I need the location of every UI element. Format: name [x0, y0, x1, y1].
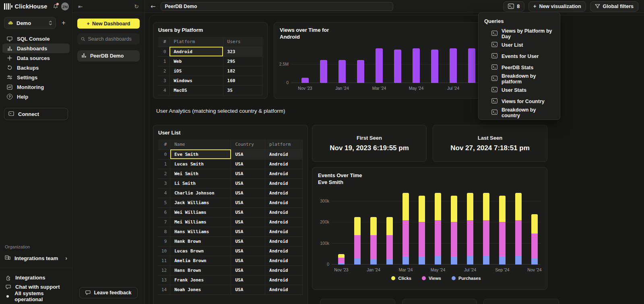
- bar[interactable]: [431, 50, 438, 83]
- bar[interactable]: [394, 50, 401, 83]
- connect-button[interactable]: Connect: [4, 108, 68, 120]
- bar[interactable]: [450, 48, 457, 83]
- notifications-bell-icon[interactable]: [52, 3, 59, 10]
- bar[interactable]: [357, 60, 364, 83]
- table-cell[interactable]: Lucas Smith: [170, 159, 231, 169]
- bar[interactable]: [413, 48, 420, 83]
- new-visualization-button[interactable]: + New visualization: [528, 1, 586, 12]
- stacked-bar[interactable]: [483, 191, 489, 265]
- table-cell[interactable]: MacOS: [169, 85, 223, 95]
- table-cell[interactable]: Hans Brown: [170, 265, 231, 275]
- query-item-user-list[interactable]: User List: [479, 39, 560, 51]
- table-cell[interactable]: USA: [231, 207, 265, 217]
- back-button[interactable]: ←: [151, 3, 156, 10]
- table-cell[interactable]: 5: [158, 198, 170, 207]
- table-cell[interactable]: 8: [158, 227, 170, 236]
- table-cell[interactable]: Android: [265, 178, 303, 188]
- stacked-bar[interactable]: [354, 191, 361, 265]
- table-cell[interactable]: Android: [265, 198, 303, 207]
- table-cell[interactable]: 1: [158, 159, 170, 169]
- table-cell[interactable]: Mei Williams: [170, 217, 231, 227]
- query-item-breakdown-by-platform[interactable]: Breakdown by platform: [479, 73, 560, 85]
- sidebar-item-dashboards[interactable]: Dashboards: [2, 43, 70, 53]
- table-cell[interactable]: Wei Williams: [170, 207, 231, 217]
- table-cell[interactable]: Lucas Brown: [170, 246, 231, 256]
- avatar[interactable]: ZN: [61, 2, 69, 10]
- table-cell[interactable]: Android: [265, 236, 303, 246]
- table-cell[interactable]: USA: [231, 265, 265, 275]
- stacked-bar[interactable]: [435, 191, 441, 265]
- legend-item-views[interactable]: Views: [422, 276, 441, 281]
- bar[interactable]: [320, 60, 327, 83]
- table-cell[interactable]: USA: [231, 149, 265, 159]
- table-cell[interactable]: USA: [231, 188, 265, 198]
- dashboard-search[interactable]: [77, 33, 140, 45]
- table-cell[interactable]: 4: [158, 188, 170, 198]
- stacked-bar[interactable]: [386, 191, 393, 265]
- query-item-peerdb-stats[interactable]: PeerDB Stats: [479, 62, 560, 73]
- query-item-views-by-platform-by-day[interactable]: Views by Platform by Day: [479, 28, 560, 39]
- sidebar-item-settings[interactable]: Settings: [2, 72, 70, 82]
- table-cell[interactable]: 182: [223, 66, 262, 76]
- table-cell[interactable]: 11: [158, 256, 170, 265]
- table-cell[interactable]: 7: [158, 217, 170, 227]
- table-cell[interactable]: 3: [158, 178, 170, 188]
- table-cell[interactable]: USA: [231, 236, 265, 246]
- legend-item-purchases[interactable]: Purchases: [452, 276, 481, 281]
- bar[interactable]: [301, 78, 309, 83]
- sidebar-item-data-sources[interactable]: Data sources: [2, 53, 70, 63]
- table-cell[interactable]: USA: [231, 217, 265, 227]
- footer-item-integrations[interactable]: Integrations: [0, 273, 72, 282]
- table-cell[interactable]: Android: [265, 285, 303, 294]
- table-cell[interactable]: Hans Williams: [170, 227, 231, 236]
- refresh-icon[interactable]: ↻: [134, 4, 139, 9]
- table-cell[interactable]: Android: [265, 256, 303, 265]
- leave-feedback-button[interactable]: Leave feedback: [79, 287, 137, 298]
- table-cell[interactable]: 2: [158, 169, 170, 178]
- sidebar-item-monitoring[interactable]: Monitoring: [2, 82, 70, 92]
- stacked-bar[interactable]: [499, 191, 506, 265]
- stacked-bar[interactable]: [531, 191, 538, 265]
- table-cell[interactable]: USA: [231, 159, 265, 169]
- stacked-bar[interactable]: [338, 191, 345, 265]
- table-cell[interactable]: Eve Smith: [170, 149, 231, 159]
- table-cell[interactable]: Amelia Brown: [170, 256, 231, 265]
- bar[interactable]: [339, 60, 346, 83]
- global-filters-button[interactable]: Global filters: [590, 1, 638, 12]
- table-cell[interactable]: Android: [169, 47, 223, 56]
- table-cell[interactable]: 13: [158, 275, 170, 285]
- table-cell[interactable]: 14: [158, 285, 170, 294]
- table-cell[interactable]: USA: [231, 256, 265, 265]
- table-cell[interactable]: Android: [265, 188, 303, 198]
- table-cell[interactable]: 35: [223, 85, 262, 95]
- table-cell[interactable]: Windows: [169, 76, 223, 85]
- stacked-bar[interactable]: [419, 191, 425, 265]
- dashboard-list-item[interactable]: PeerDB Demo: [77, 50, 140, 62]
- table-cell[interactable]: USA: [231, 198, 265, 207]
- query-item-breakdown-by-country[interactable]: Breakdown by country: [479, 107, 560, 118]
- table-cell[interactable]: Android: [265, 217, 303, 227]
- table-cell[interactable]: 2: [158, 66, 169, 76]
- table-cell[interactable]: Android: [265, 275, 303, 285]
- org-team-item[interactable]: Integrations team ›: [0, 253, 72, 263]
- table-cell[interactable]: 6: [158, 207, 170, 217]
- legend-item-clicks[interactable]: Clicks: [391, 276, 411, 281]
- sidebar-item-help[interactable]: ?Help: [2, 92, 70, 101]
- table-cell[interactable]: USA: [231, 178, 265, 188]
- table-cell[interactable]: 3: [158, 76, 169, 85]
- table-cell[interactable]: 295: [223, 56, 262, 66]
- stacked-bar[interactable]: [467, 191, 473, 265]
- bar[interactable]: [468, 48, 475, 83]
- query-item-views-for-country[interactable]: Views for Country: [479, 96, 560, 107]
- stacked-bar[interactable]: [370, 191, 377, 265]
- table-cell[interactable]: 0: [158, 149, 170, 159]
- table-cell[interactable]: USA: [231, 285, 265, 294]
- workspace-select[interactable]: Demo: [4, 17, 56, 29]
- table-cell[interactable]: Android: [265, 169, 303, 178]
- table-cell[interactable]: USA: [231, 275, 265, 285]
- table-cell[interactable]: Jack Williams: [170, 198, 231, 207]
- table-cell[interactable]: Frank Jones: [170, 275, 231, 285]
- table-cell[interactable]: 10: [158, 246, 170, 256]
- table-cell[interactable]: USA: [231, 227, 265, 236]
- table-cell[interactable]: 323: [223, 47, 262, 56]
